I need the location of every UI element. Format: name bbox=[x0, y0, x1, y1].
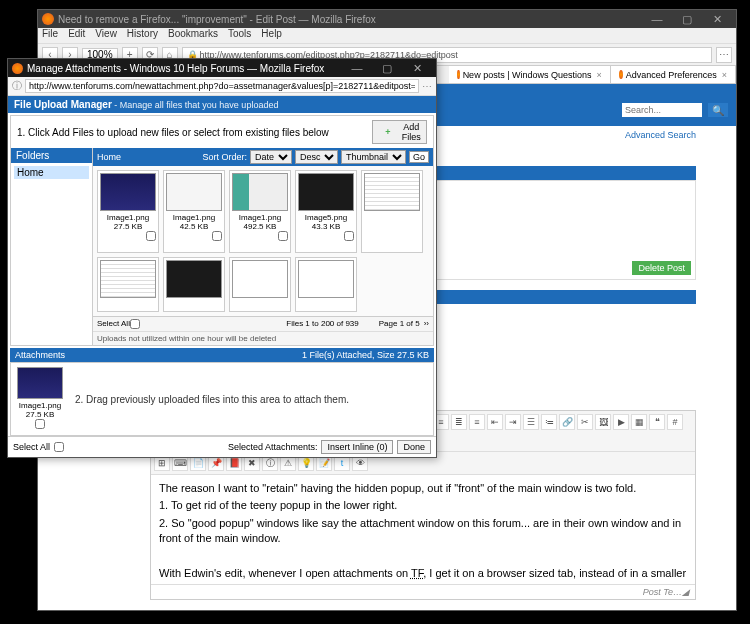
menu-edit[interactable]: Edit bbox=[68, 28, 85, 43]
attachment-popup-window: Manage Attachments - Windows 10 Help For… bbox=[7, 58, 437, 458]
delete-post-button[interactable]: Delete Post bbox=[632, 261, 691, 275]
attachments-label: Attachments bbox=[15, 350, 65, 360]
ed-video-icon[interactable]: ▶ bbox=[613, 414, 629, 430]
attached-thumb[interactable]: Image1.png 27.5 KB bbox=[15, 367, 65, 431]
thumb-size: 27.5 KB bbox=[15, 410, 65, 419]
thumbnail-item[interactable] bbox=[229, 257, 291, 312]
ed-align-right-icon[interactable]: ≡ bbox=[469, 414, 485, 430]
maximize-button[interactable]: ▢ bbox=[672, 13, 702, 26]
editor-footer: Post Te… ◢ bbox=[151, 584, 695, 599]
sort-date-select[interactable]: Date bbox=[250, 150, 292, 164]
ed-olist-icon[interactable]: ≔ bbox=[541, 414, 557, 430]
thumb-image bbox=[232, 173, 288, 211]
menu-file[interactable]: File bbox=[42, 28, 58, 43]
ed-align-center-icon[interactable]: ≣ bbox=[451, 414, 467, 430]
thumbnail-item[interactable] bbox=[163, 257, 225, 312]
file-upload-subtitle: - Manage all files that you have uploade… bbox=[112, 100, 279, 110]
thumbnail-item[interactable] bbox=[295, 257, 357, 312]
menu-help[interactable]: Help bbox=[261, 28, 282, 43]
thumb-image bbox=[166, 173, 222, 211]
insert-inline-button[interactable]: Insert Inline (0) bbox=[321, 440, 393, 454]
sort-dir-select[interactable]: Desc bbox=[295, 150, 338, 164]
thumbnail-item[interactable]: Image1.png 27.5 KB bbox=[97, 170, 159, 253]
post-te-label: Post Te… bbox=[643, 587, 682, 597]
upload-section: 1. Click Add Files to upload new files o… bbox=[10, 115, 434, 346]
menu-tools[interactable]: Tools bbox=[228, 28, 251, 43]
attachments-drop-area[interactable]: Image1.png 27.5 KB 2. Drag previously up… bbox=[10, 362, 434, 436]
popup-close-button[interactable]: ✕ bbox=[402, 62, 432, 75]
ed-unlink-icon[interactable]: ✂ bbox=[577, 414, 593, 430]
popup-maximize-button[interactable]: ▢ bbox=[372, 62, 402, 75]
folder-home[interactable]: Home bbox=[14, 166, 89, 179]
tab-label: New posts | Windows Questions bbox=[463, 70, 592, 80]
thumb-image bbox=[166, 260, 222, 298]
thumbnail-item[interactable]: Image1.png 492.5 KB bbox=[229, 170, 291, 253]
folders-header: Folders bbox=[11, 148, 92, 163]
search-button[interactable]: 🔍 bbox=[708, 103, 728, 117]
home-footer: Select All Files 1 to 200 of 939 Page 1 … bbox=[93, 316, 433, 331]
thumb-checkbox[interactable] bbox=[35, 419, 45, 429]
thumbnail-item[interactable] bbox=[97, 257, 159, 312]
ed-hash-icon[interactable]: # bbox=[667, 414, 683, 430]
menu-button[interactable]: ⋯ bbox=[716, 47, 732, 63]
popup-menu-icon[interactable]: ⋯ bbox=[422, 81, 432, 92]
ed-quote-icon[interactable]: ❝ bbox=[649, 414, 665, 430]
next-page-icon[interactable]: ›› bbox=[424, 319, 429, 329]
tab-favicon bbox=[619, 70, 623, 79]
popup-url-input[interactable] bbox=[25, 79, 419, 93]
add-files-button[interactable]: +Add Files bbox=[372, 120, 427, 144]
thumb-checkbox[interactable] bbox=[278, 231, 288, 241]
tab-new-posts[interactable]: New posts | Windows Questions× bbox=[449, 66, 610, 83]
tab-advanced-prefs[interactable]: Advanced Preferences× bbox=[611, 66, 736, 83]
menu-history[interactable]: History bbox=[127, 28, 158, 43]
tab-close-icon[interactable]: × bbox=[722, 70, 727, 80]
thumbnails-grid: Image1.png 27.5 KB Image1.png 42.5 KB Im… bbox=[93, 166, 433, 316]
thumbnail-item[interactable] bbox=[361, 170, 423, 253]
editor-body[interactable]: The reason I want to "retain" having the… bbox=[151, 475, 695, 584]
thumb-name: Image1.png bbox=[166, 213, 222, 222]
files-count: Files 1 to 200 of 939 bbox=[286, 319, 359, 329]
search-input[interactable] bbox=[622, 103, 702, 117]
attachments-status: 1 File(s) Attached, Size 27.5 KB bbox=[302, 350, 429, 360]
ed-table-icon[interactable]: ▦ bbox=[631, 414, 647, 430]
ed-link-icon[interactable]: 🔗 bbox=[559, 414, 575, 430]
thumb-size: 43.3 KB bbox=[298, 222, 354, 231]
popup-title: Manage Attachments - Windows 10 Help For… bbox=[27, 63, 342, 74]
close-button[interactable]: ✕ bbox=[702, 13, 732, 26]
tab-close-icon[interactable]: × bbox=[597, 70, 602, 80]
popup-minimize-button[interactable]: — bbox=[342, 62, 372, 75]
ed-outdent-icon[interactable]: ⇤ bbox=[487, 414, 503, 430]
menu-bookmarks[interactable]: Bookmarks bbox=[168, 28, 218, 43]
thumb-size: 27.5 KB bbox=[100, 222, 156, 231]
advanced-search-link[interactable]: Advanced Search bbox=[625, 130, 696, 140]
thumb-image bbox=[100, 173, 156, 211]
thumb-size: 42.5 KB bbox=[166, 222, 222, 231]
ed-list-icon[interactable]: ☰ bbox=[523, 414, 539, 430]
select-all-bottom-checkbox[interactable] bbox=[54, 442, 64, 452]
menu-view[interactable]: View bbox=[95, 28, 117, 43]
sort-label: Sort Order: bbox=[202, 152, 247, 162]
done-button[interactable]: Done bbox=[397, 440, 431, 454]
thumb-checkbox[interactable] bbox=[212, 231, 222, 241]
select-all-checkbox[interactable] bbox=[130, 319, 140, 329]
page-label: Page 1 of 5 bbox=[379, 319, 420, 329]
go-button[interactable]: Go bbox=[409, 151, 429, 163]
view-select[interactable]: Thumbnail bbox=[341, 150, 406, 164]
ed-text: With Edwin's edit, whenever I open attac… bbox=[159, 566, 687, 584]
popup-titlebar: Manage Attachments - Windows 10 Help For… bbox=[8, 59, 436, 77]
resize-handle[interactable]: ◢ bbox=[682, 587, 689, 597]
ed-indent-icon[interactable]: ⇥ bbox=[505, 414, 521, 430]
minimize-button[interactable]: — bbox=[642, 13, 672, 26]
ed-img-icon[interactable]: 🖼 bbox=[595, 414, 611, 430]
instruction-row: 1. Click Add Files to upload new files o… bbox=[11, 116, 433, 148]
thumbnail-item[interactable]: Image5.png 43.3 KB bbox=[295, 170, 357, 253]
upload-note: Uploads not utilized within one hour wil… bbox=[93, 331, 433, 345]
thumbnail-item[interactable]: Image1.png 42.5 KB bbox=[163, 170, 225, 253]
attachments-header: Attachments 1 File(s) Attached, Size 27.… bbox=[10, 348, 434, 362]
tab-favicon bbox=[457, 70, 459, 79]
thumb-checkbox[interactable] bbox=[146, 231, 156, 241]
info-icon[interactable]: ⓘ bbox=[12, 79, 22, 93]
main-titlebar: Need to remove a Firefox... "improvement… bbox=[38, 10, 736, 28]
home-column: Home Sort Order: Date Desc Thumbnail Go … bbox=[93, 148, 433, 345]
thumb-checkbox[interactable] bbox=[344, 231, 354, 241]
